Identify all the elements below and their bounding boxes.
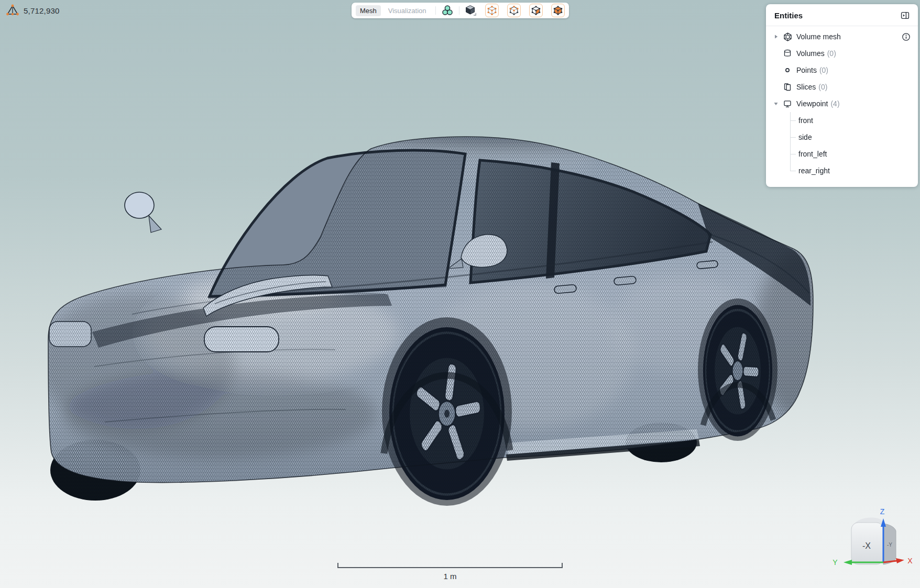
svg-text:Z: Z bbox=[880, 507, 885, 516]
mesh-nodes-icon bbox=[509, 6, 519, 15]
scale-label: 1 m bbox=[443, 572, 456, 581]
info-icon[interactable] bbox=[902, 32, 911, 41]
tree-connector bbox=[790, 162, 796, 179]
toolbar-separator bbox=[459, 6, 459, 15]
mesh-surface-icon bbox=[531, 6, 541, 15]
viewpoint-icon bbox=[783, 99, 792, 108]
tab-mesh[interactable]: Mesh bbox=[356, 5, 381, 16]
tree-item-slices[interactable]: Slices (0) bbox=[766, 79, 918, 95]
tree-item-label: Volumes bbox=[796, 49, 825, 58]
tree-item-label: Viewpoint bbox=[796, 99, 828, 108]
viewpoint-item-rear-right[interactable]: rear_right bbox=[766, 162, 918, 179]
mesh-wireframe-toggle[interactable] bbox=[485, 4, 499, 17]
left-mirror bbox=[125, 192, 161, 232]
orientation-gizmo[interactable]: -X -Y Z Y X bbox=[828, 503, 920, 588]
tree-connector bbox=[790, 146, 796, 162]
volume-mesh-icon bbox=[783, 32, 792, 41]
svg-text:X: X bbox=[907, 557, 913, 565]
caret-down-icon[interactable] bbox=[773, 101, 779, 106]
mesh-volume-toggle[interactable] bbox=[551, 4, 565, 17]
svg-text:Y: Y bbox=[833, 558, 838, 567]
cell-count: 5,712,930 bbox=[24, 6, 60, 15]
spheres-button[interactable] bbox=[441, 4, 454, 17]
viewpoint-label: front bbox=[798, 116, 813, 125]
collapse-panel-icon[interactable] bbox=[901, 11, 910, 20]
mesh-stats: 5,712,930 bbox=[6, 4, 60, 17]
entities-header: Entities bbox=[766, 4, 918, 26]
gizmo-right-label: -Y bbox=[887, 542, 892, 548]
entities-panel: Entities Volume mesh bbox=[766, 4, 918, 187]
viewpoint-item-side[interactable]: side bbox=[766, 129, 918, 146]
tab-visualization[interactable]: Visualization bbox=[384, 5, 431, 16]
tree-connector bbox=[790, 129, 796, 146]
viewpoint-label: front_left bbox=[798, 150, 827, 158]
viewpoint-item-front[interactable]: front bbox=[766, 112, 918, 129]
tree-item-label: Volume mesh bbox=[796, 32, 841, 41]
solid-cube-icon bbox=[465, 4, 477, 17]
tree-connector bbox=[790, 112, 796, 129]
toolbar-separator bbox=[435, 6, 436, 15]
viewpoint-label: side bbox=[798, 133, 812, 141]
slices-icon bbox=[783, 83, 792, 91]
mesh-wireframe-icon bbox=[487, 6, 497, 15]
tree-item-label: Slices bbox=[796, 83, 816, 91]
mesh-nodes-toggle[interactable] bbox=[507, 4, 521, 17]
tree-item-viewpoint[interactable]: Viewpoint (4) bbox=[766, 95, 918, 112]
points-icon bbox=[783, 66, 792, 74]
caret-right-icon[interactable] bbox=[773, 34, 779, 39]
entities-title: Entities bbox=[774, 11, 803, 20]
mesh-surface-toggle[interactable] bbox=[529, 4, 543, 17]
viewport-toolbar: Mesh Visualization bbox=[352, 3, 569, 18]
tree-item-label: Points bbox=[796, 66, 817, 74]
app-window: 5,712,930 Mesh Visualization bbox=[0, 0, 920, 588]
entities-tree: Volume mesh Vo bbox=[766, 26, 918, 179]
spheres-icon bbox=[442, 5, 453, 16]
mesh-volume-icon bbox=[553, 6, 563, 15]
viewpoint-item-front-left[interactable]: front_left bbox=[766, 146, 918, 162]
volumes-icon bbox=[783, 49, 792, 58]
tree-item-points[interactable]: Points (0) bbox=[766, 62, 918, 79]
tree-item-volume-mesh[interactable]: Volume mesh bbox=[766, 28, 918, 45]
tetra-mesh-icon bbox=[6, 4, 19, 17]
gizmo-front-label: -X bbox=[862, 541, 871, 550]
viewpoint-label: rear_right bbox=[798, 167, 830, 175]
solid-cube-button[interactable] bbox=[464, 4, 478, 17]
tree-item-volumes[interactable]: Volumes (0) bbox=[766, 45, 918, 62]
scale-bar: 1 m bbox=[314, 555, 608, 586]
